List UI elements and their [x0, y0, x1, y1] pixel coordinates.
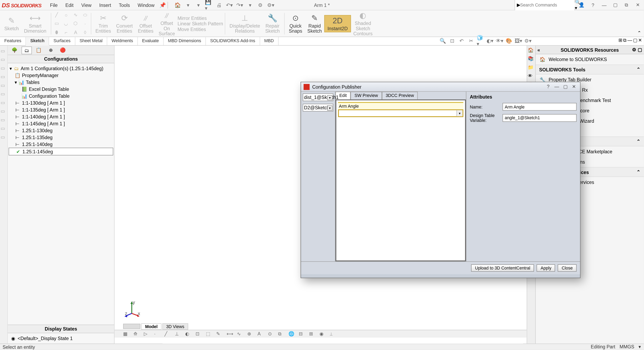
property-manager-node[interactable]: 📋PropertyManager	[8, 72, 113, 79]
configuration-table[interactable]: 📊Configuration Table	[8, 92, 113, 99]
pin-icon[interactable]: 📌	[159, 1, 166, 9]
tab-surfaces[interactable]: Surfaces	[49, 37, 75, 45]
hide-show-icon[interactable]: 👁▾	[496, 38, 504, 44]
dialog-tab-swpreview[interactable]: SW Preview	[351, 92, 382, 99]
dialog-help-icon[interactable]: ?	[545, 84, 552, 90]
tab-mbd-dimensions[interactable]: MBD Dimensions	[164, 37, 206, 45]
menu-tools[interactable]: Tools	[116, 1, 134, 9]
dialog-maximize-icon[interactable]: ▢	[562, 84, 569, 90]
bt-icon[interactable]: ⊟	[299, 331, 306, 337]
motion-bar-icon[interactable]	[123, 324, 140, 329]
line-icon[interactable]: ╱	[53, 11, 60, 19]
bt-icon[interactable]: ∿	[237, 331, 244, 337]
bt-icon[interactable]: ◉	[320, 331, 326, 337]
save-icon[interactable]: 💾▾	[205, 1, 212, 9]
arc-icon[interactable]: ◡	[62, 20, 70, 28]
mirror-entities-button[interactable]: Mirror Entities	[178, 15, 223, 20]
excel-design-table[interactable]: 📗Excel Design Table	[8, 86, 113, 92]
bt-icon[interactable]: 🌐	[288, 331, 295, 337]
bt-icon[interactable]: ⟷	[226, 331, 234, 337]
shaded-contours-button[interactable]: ◐Shaded Sketch Contours	[351, 10, 375, 37]
config-item[interactable]: ⊢1:1-140deg [ Arm 1 ]	[8, 113, 113, 120]
linear-pattern-button[interactable]: Linear Sketch Pattern	[178, 21, 223, 26]
variable-item[interactable]: dist_1@Sketch1▾	[303, 94, 333, 101]
config-item[interactable]: ⊢1.25:1-135deg	[8, 134, 113, 141]
tab-3dviews[interactable]: 3D Views	[162, 323, 188, 330]
tab-mbd[interactable]: MBD	[260, 37, 278, 45]
fm-tab-config[interactable]: 🗂	[22, 46, 32, 54]
name-input[interactable]	[502, 103, 577, 110]
spline-icon[interactable]: ∿	[72, 11, 80, 19]
offset-button[interactable]: ⫽Offset Entities	[135, 13, 156, 34]
tables-node[interactable]: ▾📊Tables	[8, 79, 113, 86]
home-icon[interactable]: 🏠	[174, 1, 182, 9]
rail-icon[interactable]: ▭	[0, 66, 7, 72]
rail-icon[interactable]: ▭	[0, 74, 7, 80]
circle-icon[interactable]: ○	[62, 11, 70, 19]
edit-appearance-icon[interactable]: 🎨	[505, 38, 513, 44]
rebuild-icon[interactable]: ⚙	[256, 1, 264, 9]
tab-weldments[interactable]: Weldments	[107, 37, 138, 45]
trim-button[interactable]: ✂Trim Entities	[93, 12, 114, 34]
bt-icon[interactable]: ⧉	[278, 331, 285, 337]
fm-tab-property[interactable]: 📋	[34, 46, 44, 54]
bt-icon[interactable]: ◐	[185, 331, 192, 337]
config-item[interactable]: ⊢1:1-145deg [ Arm 1 ]	[8, 120, 113, 127]
graphics-viewport[interactable]: yxz Model 3D Views ▦ ⟰ ▷ · ╱ ⊥ ◐ ⊡ ⬚ ✎ ⟷…	[114, 46, 527, 344]
config-item[interactable]: ⊢1:1-135deg [ Arm 1 ]	[8, 106, 113, 113]
viewport-close-icon[interactable]: ✕	[638, 38, 642, 43]
display-style-icon[interactable]: ◐▾	[486, 38, 494, 44]
rail-icon[interactable]: ▭	[0, 91, 7, 97]
bt-icon[interactable]: ⊕	[247, 331, 254, 337]
maximize-icon[interactable]: ⧉	[622, 1, 631, 9]
ellipse-icon[interactable]: ⬭	[81, 11, 89, 19]
view-orient-icon[interactable]: 🧊▾	[477, 38, 484, 44]
point-icon[interactable]: ·	[81, 20, 89, 28]
rect-icon[interactable]: ▭	[53, 20, 60, 28]
fillet-icon[interactable]: ⌐	[62, 28, 70, 36]
chevron-down-icon[interactable]: ▾	[456, 110, 462, 116]
menu-view[interactable]: View	[78, 1, 95, 9]
dialog-tab-3dccpreview[interactable]: 3DCC Preview	[382, 92, 418, 99]
select-icon[interactable]: ▾	[246, 1, 254, 9]
bt-icon[interactable]: ▦	[123, 331, 130, 337]
bt-icon[interactable]: ⊡	[196, 331, 202, 337]
rail-icon[interactable]: ▭	[0, 117, 7, 123]
slot-icon[interactable]: ⬮	[53, 28, 60, 36]
tools-section-header[interactable]: SOLIDWORKS Tools⌃	[536, 64, 644, 74]
config-item[interactable]: ⊢1:1-130deg [ Arm 1 ]	[8, 99, 113, 106]
zoom-area-icon[interactable]: ⊡	[448, 38, 456, 44]
upload-button[interactable]: Upload to 3D ContentCentral	[471, 264, 534, 272]
rail-library-icon[interactable]: 📚	[528, 56, 535, 63]
status-more-icon[interactable]: ▾	[638, 344, 641, 350]
rail-icon[interactable]: ▭	[0, 126, 7, 132]
display-relations-button[interactable]: ⊥Display/Delete Relations	[227, 12, 263, 34]
text-icon[interactable]: A	[72, 28, 80, 36]
fm-tab-display[interactable]: ⊕	[46, 46, 56, 54]
welcome-link[interactable]: 🏠Welcome to SOLIDWORKS	[536, 54, 644, 64]
status-units[interactable]: MMGS	[620, 344, 634, 350]
bt-icon[interactable]: ⟂	[330, 331, 337, 337]
tab-sheetmetal[interactable]: Sheet Metal	[75, 37, 107, 45]
rapid-sketch-button[interactable]: ✎Rapid Sketch	[305, 12, 324, 34]
viewport-max-icon[interactable]: ▢	[633, 38, 637, 43]
close-button[interactable]: Close	[558, 264, 577, 272]
smart-dimension-button[interactable]: ⟷Smart Dimension	[21, 12, 49, 34]
bt-icon[interactable]: ⬚	[206, 331, 213, 337]
bt-icon[interactable]: ╱	[164, 331, 172, 337]
help-icon[interactable]: ?	[589, 1, 597, 9]
config-item[interactable]: ⊢1.25:1-130deg	[8, 127, 113, 134]
field-dropdown[interactable]: ▾	[338, 109, 464, 117]
rail-icon[interactable]: ▭	[0, 108, 7, 114]
repair-sketch-button[interactable]: 🔧Repair Sketch	[263, 12, 282, 34]
open-icon[interactable]: ▾	[194, 1, 202, 9]
zoom-fit-icon[interactable]: 🔍	[439, 38, 446, 44]
rail-view-icon[interactable]: 👁	[528, 73, 535, 80]
tab-sketch[interactable]: Sketch	[26, 37, 49, 46]
redo-icon[interactable]: ↷▾	[236, 1, 244, 9]
tab-evaluate[interactable]: Evaluate	[138, 37, 164, 45]
minimize-icon[interactable]: —	[600, 1, 608, 9]
tab-addins[interactable]: SOLIDWORKS Add-Ins	[206, 37, 260, 45]
search-commands[interactable]: ▶ 🔍▾	[514, 0, 575, 11]
polygon-icon[interactable]: ⬡	[72, 20, 80, 28]
